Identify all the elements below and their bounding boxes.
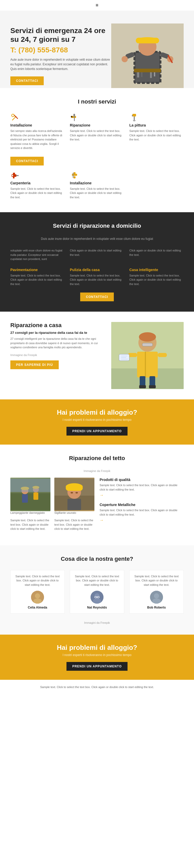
svg-rect-58	[33, 492, 38, 500]
dark-top-text-0: voluptate velit esse cilum dolore eu fug…	[10, 248, 65, 261]
avatar-svg-0	[31, 591, 44, 603]
svg-rect-66	[66, 485, 83, 491]
tools-icon	[10, 113, 20, 122]
service-name-0: Installazione	[10, 123, 65, 127]
svg-rect-26	[132, 115, 133, 117]
svg-rect-56	[22, 494, 28, 503]
dark-top-item-2: Click again or double click to start edi…	[129, 248, 184, 261]
svg-rect-24	[134, 117, 135, 120]
svg-rect-29	[13, 173, 15, 174]
footer: Sample text. Click to select the text bo…	[0, 680, 194, 694]
svg-rect-42	[145, 352, 146, 377]
svg-rect-41	[137, 352, 158, 377]
hero-cta-button[interactable]: CONTATTACI	[10, 76, 44, 85]
roof-layout: Lampeggiante danneggiato Sample text. Cl…	[10, 477, 184, 535]
testimonial-name-1: Nat Reynolds	[74, 606, 120, 609]
dark-repair-section: Servizi di riparazione a domicilio Duis …	[0, 212, 194, 312]
dark-bottom-item-0: Pavimentazione Sample text. Click to sel…	[10, 268, 65, 286]
dark-top-text-1: Click again or double click to start edi…	[70, 248, 124, 257]
hero-title: Servizi di emergenza 24 ore su 24, 7 gio…	[10, 26, 111, 43]
dark-top-grid: voluptate velit esse cilum dolore eu fug…	[10, 248, 184, 261]
testimonials-source: Immagini da Freepik	[10, 621, 184, 624]
dark-cta-button[interactable]: CONTATTACI	[80, 292, 114, 301]
service-item-installazione: Installazione Sei sempre stato alla rice…	[10, 113, 65, 165]
repair-image	[111, 322, 184, 389]
testimonials-section: Cosa dice la nostra gente? Sample text. …	[0, 545, 194, 635]
svg-rect-14	[154, 72, 155, 76]
wrench-icon	[70, 170, 79, 180]
service-name-4: Installazione	[70, 181, 124, 185]
roof-title: Riparazione del tetto	[10, 455, 184, 462]
yellow-cta-button[interactable]: PRENDI UN APPUNTAMENTO	[66, 427, 127, 436]
svg-rect-23	[133, 114, 136, 117]
svg-rect-10	[134, 69, 161, 72]
dark-top-item-0: voluptate velit esse cilum dolore eu fug…	[10, 248, 65, 261]
roof-image-2: Sigillante usurato Sample text. Click to…	[54, 477, 94, 531]
dark-item-desc-0: Sample text. Click to select the text bo…	[10, 273, 65, 286]
dark-top-item-1: Click again or double click to start edi…	[70, 248, 124, 261]
yellow-cta2-button[interactable]: PRENDI UN APPUNTAMENTO	[66, 662, 127, 671]
testimonial-avatar-1	[90, 591, 104, 603]
testimonial-item-2: Sample text. Click to select the text bo…	[129, 570, 184, 614]
svg-rect-35	[73, 173, 74, 178]
svg-rect-1	[135, 52, 160, 83]
services-grid: Installazione Sei sempre stato alla rice…	[10, 113, 184, 202]
svg-rect-54	[10, 493, 51, 510]
top-bar: ≡	[0, 0, 194, 10]
svg-rect-51	[139, 385, 146, 388]
yellow-cta-title: Hai problemi di alloggio?	[10, 408, 184, 416]
roof-arrow-1[interactable]: →	[100, 518, 184, 523]
testimonials-title: Cosa dice la nostra gente?	[10, 556, 184, 562]
svg-rect-21	[74, 117, 75, 121]
testimonial-item-1: Sample text. Click to select the text bo…	[70, 570, 124, 614]
avatar-svg-1	[90, 591, 104, 603]
svg-rect-50	[149, 376, 155, 386]
roof-caption-1: Lampeggiante danneggiato	[10, 511, 51, 514]
service-desc-1: Sample text. Click to select the text bo…	[70, 129, 124, 142]
roof-right-name-0: Prodotti di qualità	[100, 477, 184, 482]
testimonial-name-2: Bob Roberts	[134, 606, 179, 609]
svg-rect-61	[10, 479, 51, 492]
roof-img-1-svg	[10, 477, 51, 511]
hero-image	[111, 24, 184, 88]
svg-point-67	[71, 492, 73, 494]
repair-cta-button[interactable]: PER SAPERNE DI PIÙ	[10, 361, 59, 369]
service-name-3: Carpenteria	[10, 181, 65, 185]
hero-description: Aute aute inure dolor in reprehenderit i…	[10, 57, 111, 71]
dark-bottom-item-1: Pulizia della casa Sample text. Click to…	[70, 268, 124, 286]
paint-icon	[129, 113, 139, 122]
testimonial-grid: Sample text. Click to select the text bo…	[10, 570, 184, 614]
roof-right-desc-1: Sample text. Click to select the text bo…	[100, 508, 184, 517]
drill-icon	[10, 170, 20, 180]
service-item-riparazione: Riparazione Sample text. Click to select…	[70, 113, 124, 165]
roof-right-item-0: Prodotti di qualità Sample text. Click t…	[100, 477, 184, 497]
svg-point-80	[154, 593, 159, 598]
testimonial-name-0: Celia Almeda	[15, 606, 60, 609]
yellow-cta2-section: Hai problemi di alloggio? I nostri esper…	[0, 634, 194, 680]
service-desc-2: Sample text. Click to select the text bo…	[129, 129, 184, 142]
services-section: I nostri servizi Installazione Sei sempr…	[0, 88, 194, 212]
roof-images: Lampeggiante danneggiato Sample text. Cl…	[10, 477, 94, 531]
roof-img-lampeggiante	[10, 477, 51, 511]
service-item-carpenteria: Carpenteria Sample text. Click to select…	[10, 170, 65, 202]
svg-point-75	[93, 598, 101, 603]
hamburger-icon[interactable]: ≡	[96, 3, 99, 8]
repair-title: Riparazione a casa	[10, 322, 104, 329]
svg-point-68	[76, 492, 78, 494]
service-name-1: Riparazione	[70, 123, 124, 127]
repair-source: Immagine da Freepik	[10, 353, 104, 356]
service-desc-3: Sample text. Click to select the text bo…	[10, 187, 65, 199]
dark-top-text-2: Click again or double click to start edi…	[129, 248, 184, 257]
repair-worker-illustration	[111, 322, 184, 389]
service-desc-0: Sei sempre stato alla ricerca dell'azien…	[10, 129, 65, 150]
testimonial-item-0: Sample text. Click to select the text bo…	[10, 570, 65, 614]
service-cta-0[interactable]: CONTATTACI	[10, 157, 44, 165]
avatar-svg-2	[150, 591, 163, 603]
dark-bottom-item-2: Casa intelligente Sample text. Click to …	[129, 268, 184, 286]
service-desc-4: Sample text. Click to select the text bo…	[70, 187, 124, 199]
testimonial-avatar-2	[150, 591, 163, 603]
service-item-pittura: La pittura Sample text. Click to select …	[129, 113, 184, 165]
roof-arrow-0[interactable]: →	[100, 493, 184, 497]
svg-rect-12	[141, 72, 142, 77]
dark-section-title: Servizi di riparazione a domicilio	[10, 222, 184, 229]
